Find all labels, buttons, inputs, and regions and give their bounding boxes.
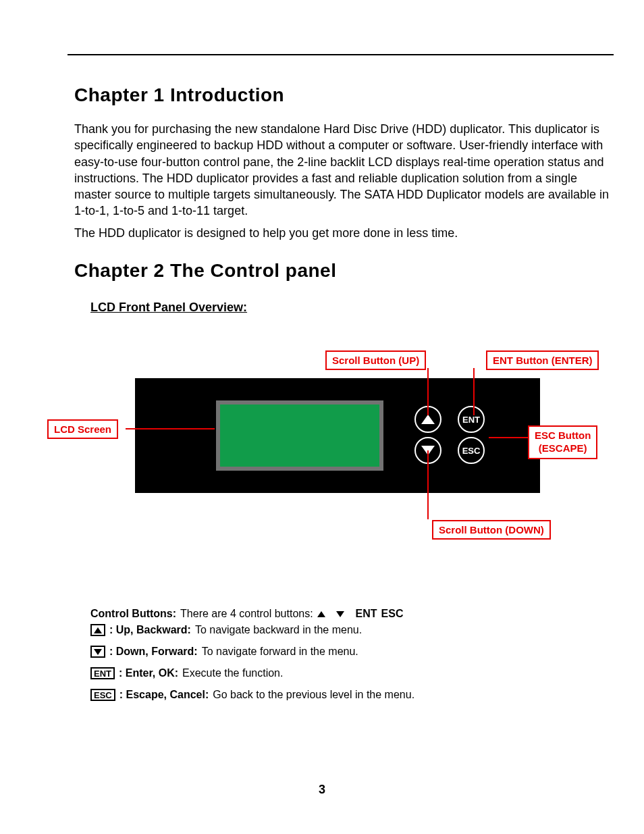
panel-bezel: ENT ESC bbox=[135, 378, 540, 493]
legend-row-down: : Down, Forward: To navigate forward in … bbox=[90, 646, 614, 658]
ent-box-icon: ENT bbox=[90, 667, 115, 679]
callout-esc-line1: ESC Button bbox=[535, 429, 591, 441]
chapter-2-title: Chapter 2 The Control panel bbox=[74, 260, 614, 282]
chapter-1-paragraph-1: Thank you for purchasing the new standal… bbox=[74, 121, 614, 219]
control-buttons-legend: Control Buttons: There are 4 control but… bbox=[90, 608, 614, 701]
legend-row-desc: To navigate forward in the menu. bbox=[202, 646, 358, 658]
legend-row-label: : Enter, OK: bbox=[119, 667, 178, 679]
ent-button[interactable]: ENT bbox=[458, 406, 485, 433]
control-panel-diagram: Scroll Button (UP) ENT Button (ENTER) EN… bbox=[74, 346, 614, 562]
callout-scroll-down: Scroll Button (DOWN) bbox=[432, 520, 551, 540]
legend-row-label: : Up, Backward: bbox=[109, 624, 191, 636]
chapter-1-paragraph-2: The HDD duplicator is designed to help y… bbox=[74, 225, 614, 241]
callout-scroll-up: Scroll Button (UP) bbox=[325, 350, 426, 370]
chapter-1-title: Chapter 1 Introduction bbox=[74, 84, 614, 106]
esc-button[interactable]: ESC bbox=[458, 437, 485, 464]
leader-line bbox=[427, 450, 429, 519]
page-number: 3 bbox=[0, 783, 644, 797]
legend-row-desc: Go back to the previous level in the men… bbox=[213, 689, 414, 701]
legend-intro-esc: ESC bbox=[381, 608, 404, 620]
legend-row-esc: ESC : Escape, Cancel: Go back to the pre… bbox=[90, 689, 614, 701]
callout-esc-line2: (ESCAPE) bbox=[539, 442, 587, 454]
legend-row-desc: To navigate backward in the menu. bbox=[195, 624, 362, 636]
leader-line bbox=[473, 368, 475, 415]
esc-box-icon: ESC bbox=[90, 689, 115, 701]
legend-row-ent: ENT : Enter, OK: Execute the function. bbox=[90, 667, 614, 679]
triangle-down-icon bbox=[336, 611, 344, 617]
callout-esc: ESC Button (ESCAPE) bbox=[528, 425, 597, 459]
legend-row-label: : Down, Forward: bbox=[109, 646, 198, 658]
triangle-down-icon bbox=[94, 649, 102, 655]
legend-intro-bold: Control Buttons: bbox=[90, 608, 176, 620]
leader-line bbox=[126, 428, 215, 429]
leader-line bbox=[427, 368, 429, 415]
triangle-up-icon bbox=[94, 627, 102, 633]
down-box-icon bbox=[90, 646, 105, 658]
legend-intro-ent: ENT bbox=[356, 608, 377, 620]
legend-intro-text: There are 4 control buttons: bbox=[180, 608, 313, 620]
legend-row-label: : Escape, Cancel: bbox=[119, 689, 209, 701]
top-rule bbox=[68, 54, 614, 55]
lcd-overview-heading: LCD Front Panel Overview: bbox=[90, 301, 614, 315]
callout-lcd: LCD Screen bbox=[47, 419, 118, 439]
triangle-up-icon bbox=[421, 415, 435, 424]
callout-ent: ENT Button (ENTER) bbox=[486, 350, 599, 370]
legend-row-up: : Up, Backward: To navigate backward in … bbox=[90, 624, 614, 636]
lcd-screen bbox=[216, 400, 383, 471]
legend-row-desc: Execute the function. bbox=[182, 667, 283, 679]
leader-line bbox=[489, 437, 528, 438]
up-box-icon bbox=[90, 624, 105, 636]
triangle-up-icon bbox=[317, 611, 325, 617]
page-content: Chapter 1 Introduction Thank you for pur… bbox=[74, 78, 614, 710]
legend-intro: Control Buttons: There are 4 control but… bbox=[90, 608, 614, 620]
